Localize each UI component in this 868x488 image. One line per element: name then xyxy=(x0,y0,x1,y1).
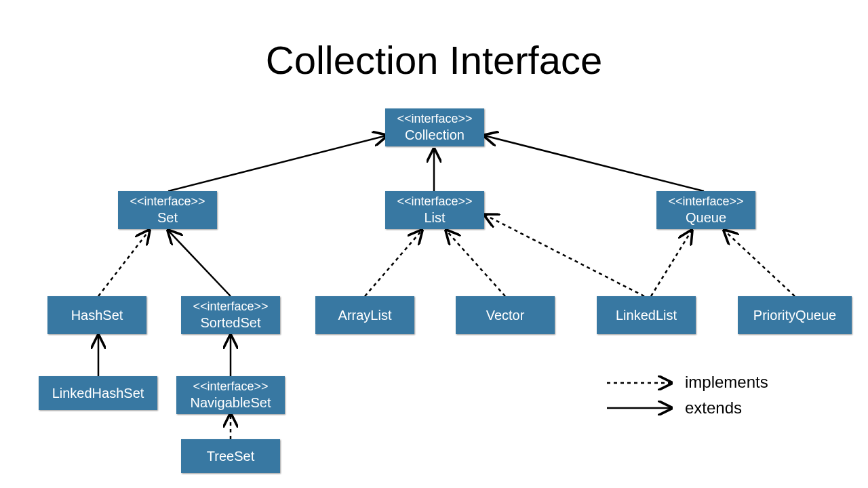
node-label: LinkedList xyxy=(616,307,677,323)
svg-line-2 xyxy=(484,136,704,191)
node-collection: <<interface>> Collection xyxy=(385,108,484,146)
node-linkedhashset: LinkedHashSet xyxy=(39,376,157,410)
node-label: Set xyxy=(157,209,178,226)
svg-line-3 xyxy=(168,230,231,296)
stereotype-label: <<interface>> xyxy=(397,112,472,127)
stereotype-label: <<interface>> xyxy=(193,380,268,394)
stereotype-label: <<interface>> xyxy=(193,300,268,314)
node-label: LinkedHashSet xyxy=(52,385,144,401)
node-label: Queue xyxy=(686,209,726,226)
page-title: Collection Interface xyxy=(0,37,868,83)
node-treeset: TreeSet xyxy=(181,439,280,473)
node-label: TreeSet xyxy=(207,448,254,464)
legend-extends: extends xyxy=(685,399,742,418)
svg-line-9 xyxy=(485,215,644,296)
node-label: Collection xyxy=(405,127,465,143)
node-label: HashSet xyxy=(71,307,123,323)
stereotype-label: <<interface>> xyxy=(668,195,743,209)
stereotype-label: <<interface>> xyxy=(130,195,205,209)
node-queue: <<interface>> Queue xyxy=(656,191,755,229)
svg-line-0 xyxy=(168,136,387,191)
node-set: <<interface>> Set xyxy=(118,191,217,229)
node-arraylist: ArrayList xyxy=(315,296,414,334)
diagram-stage: Collection Interface xyxy=(0,0,868,488)
node-label: NavigableSet xyxy=(191,394,271,411)
node-navigableset: <<interface>> NavigableSet xyxy=(176,376,285,414)
node-sortedset: <<interface>> SortedSet xyxy=(181,296,280,334)
svg-line-8 xyxy=(446,230,505,296)
node-hashset: HashSet xyxy=(47,296,146,334)
node-label: Vector xyxy=(486,307,525,323)
legend-implements: implements xyxy=(685,373,768,392)
node-linkedlist: LinkedList xyxy=(597,296,696,334)
svg-line-10 xyxy=(651,230,692,296)
node-vector: Vector xyxy=(456,296,555,334)
node-list: <<interface>> List xyxy=(385,191,484,229)
svg-line-7 xyxy=(365,230,422,296)
node-label: List xyxy=(424,209,445,226)
node-label: SortedSet xyxy=(201,314,261,331)
node-label: PriorityQueue xyxy=(753,307,836,323)
node-priorityqueue: PriorityQueue xyxy=(738,296,852,334)
stereotype-label: <<interface>> xyxy=(397,195,472,209)
svg-line-11 xyxy=(724,230,795,296)
svg-line-6 xyxy=(98,230,149,296)
node-label: ArrayList xyxy=(338,307,392,323)
